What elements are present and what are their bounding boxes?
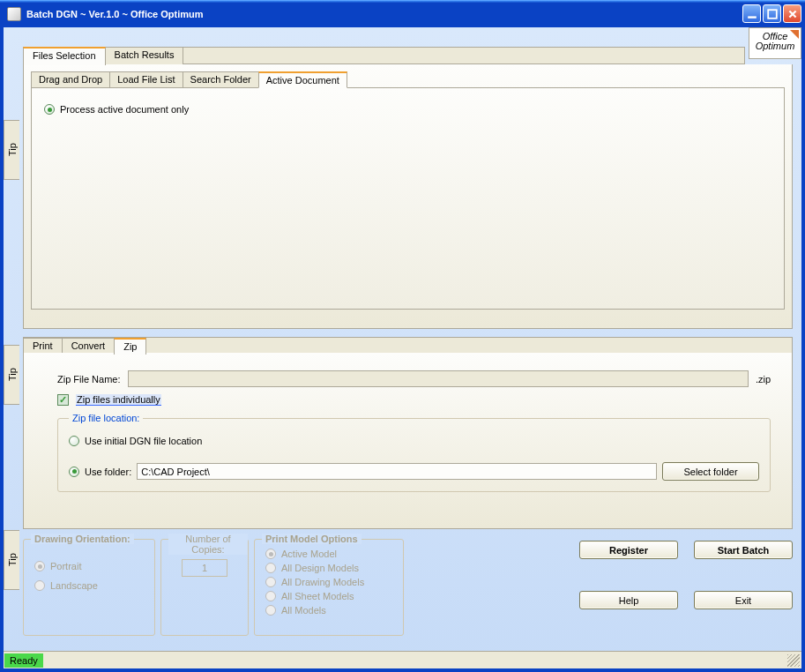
action-buttons: Register Start Batch Help Exit <box>563 541 793 641</box>
active-document-panel: Process active document only <box>31 87 785 310</box>
source-tabstrip: Drag and Drop Load File List Search Fold… <box>31 71 792 88</box>
main-tabstrip: Files Selection Batch Results <box>23 47 745 64</box>
zip-location-legend: Zip file location: <box>69 413 143 423</box>
tabstrip-filler <box>182 47 745 63</box>
exit-button[interactable]: Exit <box>694 591 793 609</box>
logo: Office Optimum <box>749 27 801 59</box>
svg-rect-1 <box>768 10 777 19</box>
client-area: Office Optimum Tip Tip Tip Files Selecti… <box>3 26 802 669</box>
logo-triangle-icon <box>790 30 799 39</box>
minimize-button[interactable] <box>742 4 761 23</box>
svg-rect-0 <box>748 16 757 18</box>
active-model-row: Active Model <box>265 549 392 559</box>
copies-legend: Number of Copies: <box>168 534 248 555</box>
window-controls <box>742 4 801 23</box>
radio-all-models <box>265 605 276 616</box>
orientation-legend: Drawing Orientation: <box>31 534 134 544</box>
process-active-only-row[interactable]: Process active document only <box>44 104 771 115</box>
zip-filename-input[interactable] <box>128 370 749 387</box>
tab-files-selection[interactable]: Files Selection <box>23 47 106 65</box>
all-models-label: All Models <box>281 605 326 616</box>
folder-path-input[interactable] <box>137 463 657 480</box>
status-ready: Ready <box>4 653 43 668</box>
window-title: Batch DGN ~ Ver.1.0 ~ Office Optimum <box>25 9 742 19</box>
zip-filename-label: Zip File Name: <box>57 374 121 385</box>
use-folder-row: Use folder: Select folder <box>69 462 759 481</box>
all-drawing-row: All Drawing Models <box>265 577 392 587</box>
radio-portrait <box>34 561 45 571</box>
portrait-row: Portrait <box>34 561 144 571</box>
all-design-row: All Design Models <box>265 563 392 573</box>
zip-individually-label: Zip files individually <box>76 394 161 406</box>
radio-active-model <box>265 549 276 559</box>
copies-input <box>182 559 227 577</box>
active-model-label: Active Model <box>281 549 337 559</box>
tip-tab-1[interactable]: Tip <box>4 120 19 180</box>
tab-convert[interactable]: Convert <box>62 338 116 354</box>
landscape-label: Landscape <box>50 580 98 591</box>
close-button[interactable] <box>783 4 801 23</box>
checkbox-zip-individually[interactable]: ✓ <box>57 394 69 406</box>
zip-individually-row[interactable]: ✓ Zip files individually <box>57 394 771 406</box>
subtab-active-document[interactable]: Active Document <box>258 71 347 88</box>
title-bar: Batch DGN ~ Ver.1.0 ~ Office Optimum <box>0 0 805 26</box>
resize-grip-icon[interactable] <box>787 654 800 667</box>
subtab-load-file-list[interactable]: Load File List <box>109 71 183 88</box>
subtab-drag-drop[interactable]: Drag and Drop <box>31 71 110 88</box>
logo-line2: Optimum <box>749 41 801 51</box>
all-models-row: All Models <box>265 605 392 616</box>
portrait-label: Portrait <box>50 561 81 571</box>
all-design-label: All Design Models <box>281 563 359 573</box>
files-selection-panel: Drag and Drop Load File List Search Fold… <box>23 64 793 329</box>
orientation-group: Drawing Orientation: Portrait Landscape <box>23 539 155 636</box>
zip-ext-label: .zip <box>756 374 771 385</box>
tab-zip[interactable]: Zip <box>114 338 146 355</box>
start-batch-button[interactable]: Start Batch <box>694 541 793 559</box>
use-folder-label: Use folder: <box>85 467 131 477</box>
print-model-legend: Print Model Options <box>262 534 362 544</box>
subtab-search-folder[interactable]: Search Folder <box>183 71 259 88</box>
radio-landscape <box>34 580 45 591</box>
zip-location-group: Zip file location: Use initial DGN file … <box>57 413 771 492</box>
all-sheet-label: All Sheet Models <box>281 591 354 601</box>
radio-all-sheet <box>265 591 276 601</box>
copies-group: Number of Copies: <box>160 539 249 636</box>
process-active-only-label: Process active document only <box>60 104 189 115</box>
use-initial-location-label: Use initial DGN file location <box>85 436 202 446</box>
all-drawing-label: All Drawing Models <box>281 577 364 587</box>
select-folder-button[interactable]: Select folder <box>662 462 759 481</box>
radio-use-initial-location[interactable] <box>69 436 79 446</box>
radio-use-folder[interactable] <box>69 467 79 477</box>
zip-panel: Zip File Name: .zip ✓ Zip files individu… <box>23 353 793 529</box>
app-icon <box>7 7 21 21</box>
maximize-button[interactable] <box>763 4 781 23</box>
radio-all-design <box>265 563 276 573</box>
tab-batch-results[interactable]: Batch Results <box>105 47 184 64</box>
landscape-row: Landscape <box>34 580 144 591</box>
print-model-group: Print Model Options Active Model All Des… <box>254 539 404 636</box>
status-bar: Ready <box>4 651 801 668</box>
zip-filename-row: Zip File Name: .zip <box>57 370 771 387</box>
all-sheet-row: All Sheet Models <box>265 591 392 601</box>
register-button[interactable]: Register <box>579 541 678 559</box>
radio-process-active-only[interactable] <box>44 104 55 115</box>
output-tabstrip: Print Convert Zip <box>23 337 793 353</box>
tip-tab-2[interactable]: Tip <box>4 345 19 405</box>
use-initial-location-row[interactable]: Use initial DGN file location <box>69 436 759 446</box>
help-button[interactable]: Help <box>579 591 678 609</box>
tab-print[interactable]: Print <box>23 338 63 354</box>
radio-all-drawing <box>265 577 276 587</box>
tip-tab-3[interactable]: Tip <box>4 530 19 590</box>
